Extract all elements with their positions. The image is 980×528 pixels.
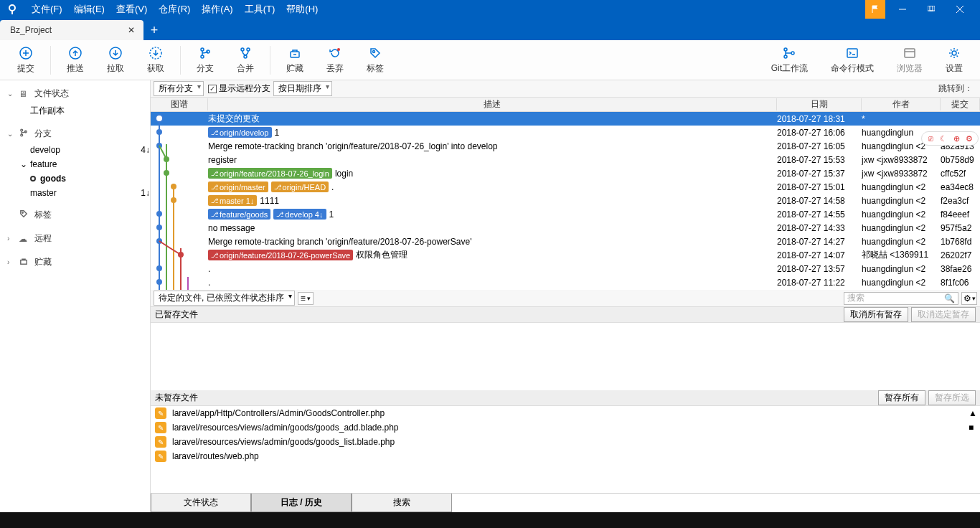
- sidebar-branch-goods[interactable]: goods: [0, 171, 150, 186]
- commits-list[interactable]: 未提交的更改2018-07-27 18:31*⎇origin/develop 1…: [151, 112, 980, 290]
- screenshot-icon[interactable]: ⎚: [925, 133, 936, 144]
- fetch-button[interactable]: 获取: [136, 42, 176, 78]
- commit-row[interactable]: ⎇feature/goods⎇develop 4↓ 12018-07-27 14…: [151, 207, 980, 221]
- commit-row[interactable]: 未提交的更改2018-07-27 18:31*: [151, 112, 980, 126]
- commit-row[interactable]: .2018-07-27 13:57huangdinglun <238fae26: [151, 262, 980, 275]
- commit-row[interactable]: register2018-07-27 15:53jxw <jxw89338720…: [151, 153, 980, 166]
- show-remote-checkbox[interactable]: ✓显示远程分支: [208, 82, 270, 95]
- stage-selected-button[interactable]: 暂存所选: [928, 390, 976, 405]
- unstage-selected-button[interactable]: 取消选定暂存: [911, 307, 976, 322]
- branch-tag[interactable]: ⎇origin/feature/2018-07-26-powerSave: [208, 250, 353, 260]
- stash-icon: [19, 256, 30, 268]
- commit-row[interactable]: ⎇origin/feature/2018-07-26_login login20…: [151, 166, 980, 180]
- commit-row[interactable]: ⎇origin/master⎇origin/HEAD .2018-07-27 1…: [151, 180, 980, 194]
- gitflow-button[interactable]: Git工作流: [760, 42, 819, 78]
- chevron-right-icon: ›: [7, 235, 14, 242]
- branch-tag[interactable]: ⎇develop 4↓: [273, 209, 326, 220]
- commit-row[interactable]: .2018-07-27 11:22huangdinglun <28f1fc06: [151, 275, 980, 289]
- view-mode-dropdown[interactable]: ≡: [298, 292, 314, 305]
- col-desc[interactable]: 描述: [208, 98, 777, 110]
- commit-row[interactable]: Merge remote-tracking branch 'origin/fea…: [151, 139, 980, 153]
- commit-row[interactable]: ⎇origin/feature/2018-07-26-powerSave 权限角…: [151, 248, 980, 262]
- gear-icon[interactable]: ⚙: [963, 133, 975, 144]
- branch-button[interactable]: 分支: [185, 42, 225, 78]
- menu-item[interactable]: 查看(V): [110, 3, 153, 16]
- file-row[interactable]: ✎laravel/routes/web.php: [151, 449, 980, 463]
- tab-add-button[interactable]: +: [143, 20, 165, 40]
- menu-item[interactable]: 文件(F): [26, 3, 68, 16]
- branch-tag[interactable]: ⎇master 1↓: [208, 195, 257, 206]
- unstaged-files-list[interactable]: ✎laravel/app/Http/Controllers/Admin/Good…: [151, 406, 980, 472]
- file-row[interactable]: ✎laravel/app/Http/Controllers/Admin/Good…: [151, 406, 980, 420]
- merge-button[interactable]: 合并: [225, 42, 265, 78]
- branch-tag[interactable]: ⎇origin/master: [208, 182, 268, 192]
- col-commit[interactable]: 提交: [941, 98, 980, 110]
- svg-rect-1: [11, 11, 13, 14]
- file-settings-dropdown[interactable]: ⚙: [961, 292, 977, 305]
- stage-all-button[interactable]: 暂存所有: [878, 390, 925, 405]
- tab-search[interactable]: 搜索: [352, 494, 452, 512]
- branch-tag[interactable]: ⎇origin/HEAD: [271, 182, 329, 192]
- settings-button[interactable]: 设置: [934, 42, 974, 78]
- menu-item[interactable]: 操作(A): [196, 3, 238, 16]
- commit-button[interactable]: 提交: [6, 42, 46, 78]
- sidebar-working-copy[interactable]: 工作副本: [0, 103, 150, 119]
- commit-row[interactable]: Merge remote-tracking branch 'origin/fea…: [151, 235, 980, 248]
- bottom-tabs: 文件状态 日志 / 历史 搜索: [151, 493, 980, 512]
- sidebar-branch-feature[interactable]: ⌄feature: [0, 157, 150, 171]
- col-graph[interactable]: 图谱: [151, 98, 208, 110]
- sidebar-remotes[interactable]: › ☁ 远程: [0, 230, 150, 248]
- discard-button[interactable]: 丢弃: [315, 42, 355, 78]
- col-date[interactable]: 日期: [777, 98, 862, 110]
- sidebar-tags[interactable]: 标签: [0, 206, 150, 224]
- terminal-button[interactable]: 命令行模式: [819, 42, 885, 78]
- pull-button[interactable]: 拉取: [95, 42, 136, 78]
- unstage-all-button[interactable]: 取消所有暂存: [844, 307, 908, 322]
- stash-button[interactable]: 贮藏: [275, 42, 315, 78]
- svg-rect-33: [21, 260, 27, 265]
- scrollbar[interactable]: ■: [969, 423, 976, 433]
- tag-button[interactable]: 标签: [355, 42, 395, 78]
- file-search-input[interactable]: 搜索🔍: [844, 292, 958, 305]
- browser-button[interactable]: 浏览器: [885, 42, 934, 78]
- commit-author: huangdinglun <2: [862, 209, 941, 220]
- commit-date: 2018-07-27 14:07: [777, 250, 862, 260]
- sidebar-branch-master[interactable]: master1↓: [0, 186, 150, 200]
- commit-author: huangdinglun <2: [862, 237, 941, 247]
- staged-files-list[interactable]: [151, 323, 980, 390]
- push-button[interactable]: 推送: [55, 42, 95, 78]
- minimize-button[interactable]: [888, 0, 917, 19]
- branch-tag[interactable]: ⎇origin/develop: [208, 127, 272, 138]
- commit-row[interactable]: no message2018-07-27 14:33huangdinglun <…: [151, 221, 980, 235]
- sidebar-branch-develop[interactable]: develop4↓: [0, 143, 150, 157]
- branch-tag[interactable]: ⎇origin/feature/2018-07-26_login: [208, 168, 332, 179]
- file-row[interactable]: ✎laravel/resources/views/admin/goods/goo…: [151, 420, 980, 435]
- scrollbar[interactable]: ▲: [969, 408, 976, 418]
- menu-item[interactable]: 帮助(H): [281, 3, 324, 16]
- branch-tag[interactable]: ⎇feature/goods: [208, 209, 270, 220]
- file-row[interactable]: ✎laravel/resources/views/admin/goods/goo…: [151, 435, 980, 449]
- tab-file-status[interactable]: 文件状态: [151, 494, 251, 512]
- menu-item[interactable]: 工具(T): [239, 3, 281, 16]
- commit-row[interactable]: ⎇master 1↓ 11112018-07-27 14:58huangding…: [151, 194, 980, 207]
- commit-desc: .: [208, 264, 210, 274]
- app-logo-icon: [6, 3, 19, 16]
- sidebar-stashes[interactable]: › 贮藏: [0, 253, 150, 271]
- project-tab[interactable]: Bz_Project ✕: [0, 20, 143, 40]
- branch-filter-dropdown[interactable]: 所有分支: [154, 81, 204, 96]
- target-icon[interactable]: ⊕: [951, 133, 962, 144]
- sidebar-branches[interactable]: ⌄ 分支: [0, 125, 150, 143]
- notification-flag-button[interactable]: [865, 0, 885, 19]
- sort-dropdown[interactable]: 按日期排序: [273, 81, 332, 96]
- commit-row[interactable]: ⎇origin/develop 12018-07-27 16:06huangdi…: [151, 126, 980, 139]
- maximize-button[interactable]: [917, 0, 946, 19]
- close-button[interactable]: [946, 0, 974, 19]
- tab-log-history[interactable]: 日志 / 历史: [251, 494, 352, 512]
- sidebar-file-status[interactable]: ⌄ 🖥 文件状态: [0, 85, 150, 103]
- tab-close-icon[interactable]: ✕: [125, 25, 138, 35]
- file-sort-dropdown[interactable]: 待定的文件, 已依照文件状态排序: [154, 291, 295, 306]
- col-author[interactable]: 作者: [862, 98, 941, 110]
- menu-item[interactable]: 仓库(R): [153, 3, 196, 16]
- menu-item[interactable]: 编辑(E): [68, 3, 110, 16]
- moon-icon[interactable]: ☾: [938, 133, 949, 144]
